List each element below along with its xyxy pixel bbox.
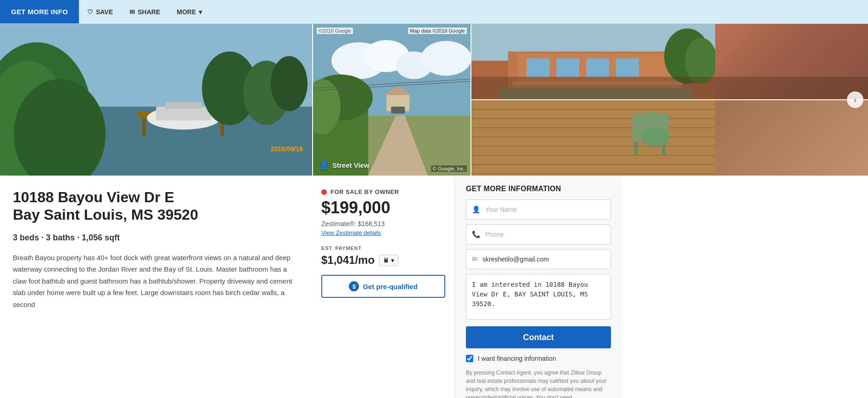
- monthly-amount: $1,041/mo: [321, 254, 375, 267]
- financing-checkbox-row: I want financing information: [466, 355, 611, 362]
- pricing-section: FOR SALE BY OWNER $199,000 Zestimate®: $…: [312, 176, 454, 398]
- form-title: GET MORE INFORMATION: [466, 185, 611, 193]
- gallery-image-top-right[interactable]: [471, 24, 868, 100]
- property-info-section: 10188 Bayou View Dr E Bay Saint Louis, M…: [0, 176, 312, 398]
- get-more-info-button[interactable]: GET MORE INFO: [0, 0, 79, 23]
- street-view-label: 👤 Street View: [319, 160, 370, 170]
- property-description: Breath Bayou property has 40+ foot dock …: [13, 252, 299, 311]
- property-stats: 3 beds · 3 baths · 1,056 sqft: [13, 233, 299, 243]
- envelope-icon: ✉: [129, 8, 135, 16]
- save-button[interactable]: ♡ SAVE: [79, 0, 121, 23]
- street-view-icon: 👤: [319, 160, 329, 170]
- message-textarea[interactable]: [472, 280, 605, 312]
- heart-icon: ♡: [87, 8, 93, 16]
- prequalify-button[interactable]: $ Get pre-qualified: [321, 275, 445, 298]
- disclaimer-text: By pressing Contact Agent, you agree tha…: [466, 369, 611, 398]
- gallery-right-panel: [470, 24, 868, 176]
- envelope-icon: ✉: [472, 255, 478, 263]
- for-sale-label: FOR SALE BY OWNER: [321, 188, 445, 195]
- share-button[interactable]: ✉ SHARE: [121, 0, 168, 23]
- zestimate-value: Zestimate®: $168,513: [321, 220, 445, 227]
- photo-date: 2018/09/19: [271, 145, 303, 153]
- gallery-street-view[interactable]: ©2018 Google 👤 Street View © Google, Inc…: [312, 24, 470, 176]
- svg-rect-35: [586, 58, 609, 77]
- map-data-credit: Map data ©2018 Google: [408, 28, 467, 34]
- google-credit: © Google, Inc.: [431, 165, 467, 172]
- svg-rect-10: [165, 102, 202, 109]
- dollar-icon: $: [349, 281, 359, 291]
- financing-label: I want financing information: [478, 355, 556, 362]
- svg-point-55: [641, 128, 669, 146]
- name-input[interactable]: [485, 206, 605, 213]
- svg-rect-34: [556, 58, 579, 77]
- gallery-main-image[interactable]: 2018/09/19: [0, 24, 312, 176]
- svg-point-13: [271, 56, 308, 111]
- image-gallery: 2018/09/19: [0, 24, 868, 176]
- email-field-wrapper: ✉: [466, 249, 611, 269]
- est-payment-label: EST. PAYMENT: [321, 245, 445, 251]
- phone-input[interactable]: [485, 231, 605, 238]
- svg-rect-28: [391, 107, 405, 114]
- person-icon: 👤: [472, 205, 481, 214]
- more-button[interactable]: MORE ▾: [168, 0, 210, 23]
- map-credit: ©2018 Google: [317, 28, 353, 34]
- svg-rect-36: [616, 58, 639, 77]
- chevron-down-icon: ▾: [199, 8, 202, 16]
- svg-rect-37: [513, 81, 683, 85]
- message-field-wrapper: [466, 274, 611, 320]
- gallery-image-bottom-right[interactable]: [471, 100, 868, 176]
- calc-dropdown-icon: ▾: [391, 257, 394, 264]
- svg-rect-33: [526, 58, 549, 77]
- financing-checkbox[interactable]: [466, 355, 473, 362]
- name-field-wrapper: 👤: [466, 199, 611, 220]
- listing-price: $199,000: [321, 198, 445, 217]
- main-content: 10188 Bayou View Dr E Bay Saint Louis, M…: [0, 176, 868, 398]
- calculator-icon: 🖩: [383, 257, 389, 264]
- phone-field-wrapper: 📞: [466, 224, 611, 244]
- calculator-button[interactable]: 🖩 ▾: [379, 255, 398, 266]
- svg-point-18: [421, 41, 470, 76]
- top-navigation: GET MORE INFO ♡ SAVE ✉ SHARE MORE ▾: [0, 0, 868, 24]
- svg-rect-52: [646, 112, 655, 116]
- svg-rect-6: [142, 118, 146, 136]
- property-address: 10188 Bayou View Dr E Bay Saint Louis, M…: [13, 188, 299, 224]
- contact-button[interactable]: Contact: [466, 326, 611, 348]
- gallery-next-arrow[interactable]: ›: [847, 91, 863, 108]
- for-sale-dot: [321, 189, 327, 195]
- svg-rect-53: [634, 142, 638, 155]
- view-zestimate-link[interactable]: View Zestimate details: [321, 229, 445, 236]
- monthly-payment: $1,041/mo 🖩 ▾: [321, 254, 445, 267]
- contact-form-section: GET MORE INFORMATION 👤 📞 ✉ Contact I wan…: [454, 176, 622, 398]
- phone-icon: 📞: [472, 230, 481, 239]
- email-input[interactable]: [482, 256, 605, 263]
- svg-rect-40: [499, 88, 692, 100]
